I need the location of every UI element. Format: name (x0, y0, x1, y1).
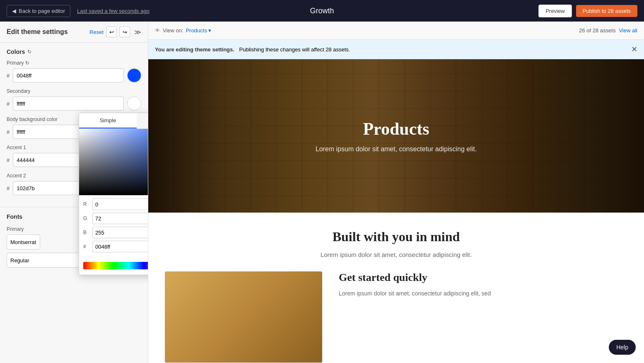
primary-input-row: # (7, 68, 141, 82)
secondary-color-row: Secondary # (7, 88, 141, 111)
primary-label: Primary ↻ (7, 60, 141, 66)
picker-r-row: R (83, 198, 148, 210)
topbar-left: ◀ Back to page editor Last saved a few s… (7, 5, 150, 17)
picker-hex-row: # (83, 241, 148, 252)
page-content: Built with you in mind Lorem ipsum dolor… (148, 213, 644, 363)
picker-gradient-overlay (79, 129, 148, 195)
refresh-icon[interactable]: ↻ (27, 49, 31, 55)
main-layout: Edit theme settings Reset ↩ ↪ ≫ Colors ↻… (0, 22, 644, 363)
secondary-input-row: # (7, 97, 141, 111)
reset-button[interactable]: Reset (89, 29, 104, 35)
section-heading: Built with you in mind (157, 229, 636, 244)
col-heading: Get started quickly (339, 271, 627, 284)
chevron-down-icon: ▾ (208, 27, 211, 34)
secondary-label: Secondary (7, 88, 141, 94)
topbar: ◀ Back to page editor Last saved a few s… (0, 0, 644, 22)
g-input[interactable] (92, 213, 148, 224)
view-on-link[interactable]: Products ▾ (186, 27, 211, 34)
assets-count: 26 of 28 assets (579, 27, 615, 34)
page-title: Growth (310, 7, 334, 15)
undo-button[interactable]: ↩ (106, 27, 117, 37)
back-button[interactable]: ◀ Back to page editor (7, 5, 70, 17)
view-on-value: Products (186, 27, 207, 34)
picker-g-row: G (83, 213, 148, 224)
topbar-right: Preview Publish to 28 assets (538, 5, 637, 17)
panel-title: Edit theme settings (7, 28, 68, 36)
picker-spectrum-row (79, 258, 148, 275)
close-banner-button[interactable]: ✕ (631, 45, 637, 54)
section-body: Lorem ipsum dolor sit amet, consectetur … (157, 251, 636, 258)
secondary-color-swatch[interactable] (127, 97, 141, 111)
eye-icon: 👁 (155, 27, 160, 34)
chevron-left-icon: ◀ (12, 8, 16, 14)
colors-section-header: Colors ↻ (7, 48, 141, 55)
tab-simple[interactable]: Simple (79, 113, 137, 128)
g-label: G (83, 215, 89, 221)
view-on-label: View on: (163, 27, 183, 34)
hash-label-3: # (7, 129, 10, 135)
collapse-button[interactable]: ≫ (134, 28, 141, 36)
product-image-placeholder (165, 271, 322, 363)
info-banner-text: You are editing theme settings. Publishi… (155, 46, 350, 53)
redo-button[interactable]: ↪ (119, 27, 130, 37)
view-on: 👁 View on: Products ▾ (155, 27, 211, 34)
colors-title: Colors (7, 48, 25, 55)
hash-label-4: # (7, 157, 10, 163)
color-picker-popup: Simple Advanced R G B (79, 113, 148, 275)
refresh-primary-icon[interactable]: ↻ (25, 60, 29, 66)
publish-button[interactable]: Publish to 28 assets (576, 5, 637, 17)
hero-section: Products Lorem ipsum dolor sit amet, con… (148, 59, 644, 213)
picker-tabs: Simple Advanced (79, 113, 148, 129)
hash-label: # (7, 73, 10, 79)
font-primary-select[interactable]: Montserrat (7, 235, 40, 249)
fonts-title: Fonts (7, 213, 22, 220)
tab-advanced[interactable]: Advanced (137, 113, 148, 128)
panel-header: Edit theme settings Reset ↩ ↪ ≫ (0, 22, 148, 43)
hero-content: Products Lorem ipsum dolor sit amet, con… (148, 59, 644, 213)
panel-controls: Reset ↩ ↪ ≫ (89, 27, 141, 37)
info-banner-bold: You are editing theme settings. (155, 46, 234, 53)
help-button[interactable]: Help (609, 340, 636, 355)
picker-spectrum[interactable] (83, 262, 148, 269)
hex-input[interactable] (92, 241, 148, 252)
primary-color-row: Primary ↻ # (7, 60, 141, 82)
hero-title: Products (363, 119, 429, 139)
picker-controls: R G B # (79, 195, 148, 258)
left-panel: Edit theme settings Reset ↩ ↪ ≫ Colors ↻… (0, 22, 148, 363)
two-col-layout: Get started quickly Lorem ipsum dolor si… (157, 271, 636, 363)
secondary-color-input[interactable] (13, 97, 124, 111)
r-input[interactable] (92, 198, 148, 210)
hero-subtitle: Lorem ipsum dolor sit amet, consectetur … (316, 145, 477, 153)
view-all-link[interactable]: View all (619, 27, 637, 34)
picker-b-row: B (83, 227, 148, 238)
hex-label: # (83, 244, 89, 249)
info-banner: You are editing theme settings. Publishi… (148, 40, 644, 59)
info-banner-body: Publishing these changes will affect 28 … (239, 46, 350, 53)
primary-color-swatch[interactable] (127, 68, 141, 82)
back-label: Back to page editor (19, 8, 65, 14)
content-topbar: 👁 View on: Products ▾ 26 of 28 assets Vi… (148, 22, 644, 40)
column-content: Get started quickly Lorem ipsum dolor si… (339, 271, 627, 298)
b-label: B (83, 230, 89, 235)
right-content: 👁 View on: Products ▾ 26 of 28 assets Vi… (148, 22, 644, 363)
r-label: R (83, 201, 89, 207)
hash-label-2: # (7, 101, 10, 107)
assets-count-area: 26 of 28 assets View all (579, 27, 637, 34)
preview-button[interactable]: Preview (538, 5, 572, 17)
col-body: Lorem ipsum dolor sit amet, consectetur … (339, 289, 627, 298)
b-input[interactable] (92, 227, 148, 238)
last-saved-label[interactable]: Last saved a few seconds ago (77, 8, 150, 14)
hash-label-5: # (7, 185, 10, 191)
primary-color-input[interactable] (13, 68, 124, 82)
picker-gradient[interactable] (79, 129, 148, 195)
